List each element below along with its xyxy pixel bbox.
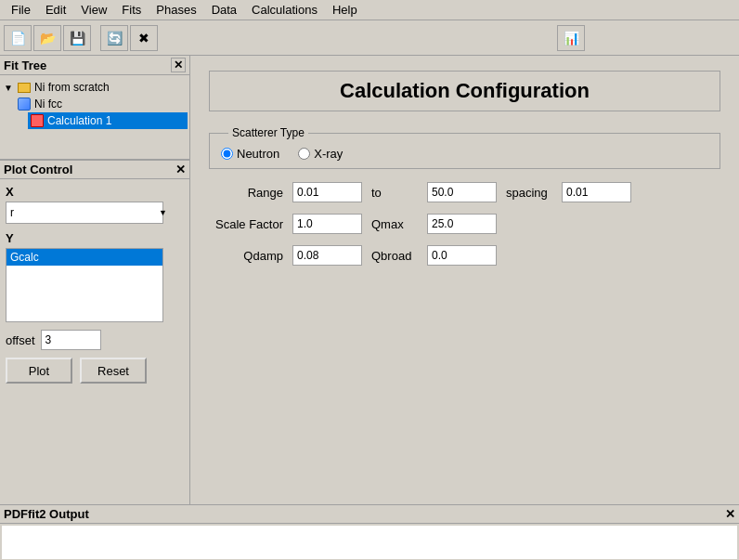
- menu-bar: File Edit View Fits Phases Data Calculat…: [0, 0, 739, 20]
- fit-tree-content: ▼ Ni from scratch Ni fcc: [0, 75, 189, 159]
- scatterer-type-radio-row: Neutron X-ray: [221, 147, 708, 161]
- toolbar: 📄 📂 💾 🔄 ✖ 📊: [0, 20, 739, 56]
- scale-qmax-row: Scale Factor Qmax: [209, 214, 720, 234]
- menu-file[interactable]: File: [4, 1, 38, 19]
- x-axis-select[interactable]: r: [6, 202, 163, 224]
- range-label: Range: [209, 186, 283, 200]
- xray-radio[interactable]: [298, 148, 310, 160]
- tree-item-ni-from-scratch[interactable]: ▼ Ni from scratch: [2, 79, 188, 96]
- qdamp-label: Qdamp: [209, 249, 283, 263]
- plot-control-close-button[interactable]: ✕: [175, 163, 186, 176]
- x-axis-label: X: [6, 185, 184, 199]
- fit-tree-title: Fit Tree: [4, 59, 46, 72]
- spacing-input[interactable]: [562, 182, 631, 202]
- right-panel: Calculation Configuration Scatterer Type…: [190, 56, 739, 504]
- range-to-input[interactable]: [427, 182, 497, 202]
- neutron-radio-label[interactable]: Neutron: [221, 147, 279, 161]
- tree-label-ni-fcc: Ni fcc: [34, 98, 62, 111]
- tree-item-calculation1[interactable]: Calculation 1: [28, 112, 188, 129]
- fit-tree-header: Fit Tree ✕: [0, 56, 189, 75]
- calc-config-title: Calculation Configuration: [209, 71, 720, 111]
- fit-tree-close-button[interactable]: ✕: [171, 58, 186, 72]
- menu-fits[interactable]: Fits: [114, 1, 149, 19]
- refresh-button[interactable]: 🔄: [100, 25, 128, 51]
- qdamp-qbroad-row: Qdamp Qbroad: [209, 245, 720, 266]
- btn-row: Plot Reset: [6, 358, 184, 384]
- range-row: Range to spacing: [209, 182, 720, 202]
- output-close-button[interactable]: ✕: [725, 507, 735, 521]
- main-area: Fit Tree ✕ ▼ Ni from scratch Ni f: [0, 56, 739, 504]
- offset-input[interactable]: [41, 330, 101, 350]
- plot-control: Plot Control ✕ X r Y Gcalc offset: [0, 160, 189, 504]
- fit-tree: Fit Tree ✕ ▼ Ni from scratch Ni f: [0, 56, 189, 160]
- output-header: PDFfit2 Output ✕: [0, 505, 739, 524]
- menu-calculations[interactable]: Calculations: [244, 1, 325, 19]
- output-panel: PDFfit2 Output ✕: [0, 504, 739, 560]
- plot-control-header: Plot Control ✕: [0, 160, 189, 179]
- y-axis-listbox[interactable]: Gcalc: [6, 248, 163, 322]
- stop-button[interactable]: ✖: [130, 25, 158, 51]
- y-listbox-item-gcalc[interactable]: Gcalc: [6, 249, 162, 266]
- scale-factor-input[interactable]: [292, 214, 362, 234]
- to-label: to: [371, 186, 418, 200]
- scatterer-type-legend: Scatterer Type: [228, 126, 308, 139]
- qbroad-label: Qbroad: [371, 249, 418, 263]
- menu-view[interactable]: View: [73, 1, 114, 19]
- x-select-wrapper: r: [6, 202, 173, 224]
- menu-data[interactable]: Data: [204, 1, 244, 19]
- crystal-icon: [17, 97, 32, 111]
- chart-button[interactable]: 📊: [557, 25, 585, 51]
- qmax-label: Qmax: [371, 217, 418, 231]
- tree-expand-arrow: ▼: [4, 83, 15, 93]
- range-input[interactable]: [292, 182, 362, 202]
- folder-icon: [17, 80, 32, 95]
- tree-item-ni-fcc[interactable]: Ni fcc: [15, 96, 188, 112]
- qdamp-input[interactable]: [292, 245, 362, 266]
- offset-row: offset: [6, 330, 184, 350]
- tree-label-calculation1: Calculation 1: [47, 114, 111, 127]
- qmax-input[interactable]: [427, 214, 497, 234]
- left-panel: Fit Tree ✕ ▼ Ni from scratch Ni f: [0, 56, 190, 504]
- scatterer-type-fieldset: Scatterer Type Neutron X-ray: [209, 126, 720, 169]
- reset-button[interactable]: Reset: [80, 358, 147, 384]
- plot-control-title: Plot Control: [4, 163, 72, 176]
- new-button[interactable]: 📄: [4, 25, 32, 51]
- spacing-label: spacing: [506, 186, 552, 200]
- output-body: [2, 526, 737, 559]
- neutron-label-text: Neutron: [237, 147, 279, 161]
- plot-control-body: X r Y Gcalc offset Plot Reset: [0, 179, 189, 504]
- xray-radio-label[interactable]: X-ray: [298, 147, 343, 161]
- scale-factor-label: Scale Factor: [209, 217, 283, 231]
- menu-phases[interactable]: Phases: [149, 1, 203, 19]
- open-button[interactable]: 📂: [33, 25, 61, 51]
- output-title: PDFfit2 Output: [4, 507, 89, 521]
- calc-icon: [30, 113, 45, 128]
- save-button[interactable]: 💾: [63, 25, 91, 51]
- y-axis-label: Y: [6, 231, 184, 245]
- qbroad-input[interactable]: [427, 245, 497, 266]
- menu-help[interactable]: Help: [325, 1, 365, 19]
- menu-edit[interactable]: Edit: [38, 1, 73, 19]
- neutron-radio[interactable]: [221, 148, 233, 160]
- offset-label: offset: [6, 333, 35, 347]
- plot-button[interactable]: Plot: [6, 358, 72, 384]
- xray-label-text: X-ray: [314, 147, 343, 161]
- tree-label-ni-from-scratch: Ni from scratch: [34, 81, 110, 94]
